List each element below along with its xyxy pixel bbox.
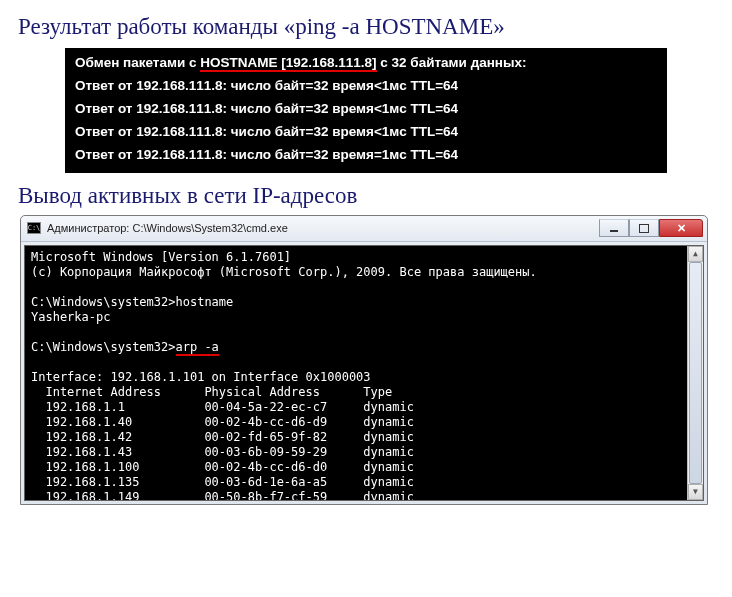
- close-button[interactable]: [659, 219, 703, 237]
- cmd-blank: [31, 325, 697, 340]
- ping-header-row: Обмен пакетами с HOSTNAME [192.168.111.8…: [75, 52, 657, 75]
- ping-output-block: Обмен пакетами с HOSTNAME [192.168.111.8…: [65, 48, 667, 173]
- arp-header-row: Internet Address Physical Address Type: [31, 385, 697, 400]
- arp-row: 192.168.1.42 00-02-fd-65-9f-82 dynamic: [31, 430, 697, 445]
- cmd-titlebar[interactable]: C:\ Администратор: C:\Windows\System32\c…: [21, 216, 707, 242]
- scroll-track[interactable]: [688, 262, 703, 484]
- ping-reply-row: Ответ от 192.168.111.8: число байт=32 вр…: [75, 144, 657, 167]
- cmd-prompt-arp: C:\Windows\system32>arp -a: [31, 340, 697, 355]
- ping-header-prefix: Обмен пакетами с: [75, 55, 200, 70]
- arp-row: 192.168.1.1 00-04-5a-22-ec-c7 dynamic: [31, 400, 697, 415]
- heading-ping: Результат работы команды «ping -a HOSTNA…: [18, 14, 714, 40]
- cmd-title-text: Администратор: C:\Windows\System32\cmd.e…: [47, 222, 599, 234]
- cmd-version-line: Microsoft Windows [Version 6.1.7601]: [31, 250, 697, 265]
- cmd-blank: [31, 355, 697, 370]
- cmd-prompt-path: C:\Windows\system32>: [31, 295, 176, 309]
- maximize-button[interactable]: [629, 219, 659, 237]
- minimize-button[interactable]: [599, 219, 629, 237]
- cmd-prompt-hostname: C:\Windows\system32>hostname: [31, 295, 697, 310]
- cmd-blank: [31, 280, 697, 295]
- arp-row: 192.168.1.149 00-50-8b-f7-cf-59 dynamic: [31, 490, 697, 501]
- window-controls: [599, 219, 703, 237]
- scroll-down-button[interactable]: ▼: [688, 484, 703, 500]
- ping-header-suffix: с 32 байтами данных:: [377, 55, 527, 70]
- cmd-command-arp: arp -a: [176, 340, 219, 356]
- arp-row: 192.168.1.43 00-03-6b-09-59-29 dynamic: [31, 445, 697, 460]
- cmd-body: Microsoft Windows [Version 6.1.7601] (c)…: [24, 245, 704, 501]
- ping-reply-row: Ответ от 192.168.111.8: число байт=32 вр…: [75, 75, 657, 98]
- cmd-copyright-line: (c) Корпорация Майкрософт (Microsoft Cor…: [31, 265, 697, 280]
- arp-row: 192.168.1.40 00-02-4b-cc-d6-d9 dynamic: [31, 415, 697, 430]
- arp-row: 192.168.1.135 00-03-6d-1e-6a-a5 dynamic: [31, 475, 697, 490]
- cmd-window: C:\ Администратор: C:\Windows\System32\c…: [20, 215, 708, 505]
- cmd-prompt-path: C:\Windows\system32>: [31, 340, 176, 354]
- cmd-hostname-output: Yasherka-pc: [31, 310, 697, 325]
- scroll-thumb[interactable]: [689, 262, 702, 484]
- heading-arp: Вывод активных в сети IP-адресов: [18, 183, 714, 209]
- ping-hostname-highlight: HOSTNAME [192.168.111.8]: [200, 55, 376, 72]
- cmd-command-hostname: hostname: [176, 295, 234, 309]
- arp-row: 192.168.1.100 00-02-4b-cc-d6-d0 dynamic: [31, 460, 697, 475]
- arp-interface-line: Interface: 192.168.1.101 on Interface 0x…: [31, 370, 697, 385]
- cmd-icon: C:\: [27, 222, 41, 234]
- ping-reply-row: Ответ от 192.168.111.8: число байт=32 вр…: [75, 98, 657, 121]
- scrollbar[interactable]: ▲ ▼: [687, 246, 703, 500]
- ping-reply-row: Ответ от 192.168.111.8: число байт=32 вр…: [75, 121, 657, 144]
- scroll-up-button[interactable]: ▲: [688, 246, 703, 262]
